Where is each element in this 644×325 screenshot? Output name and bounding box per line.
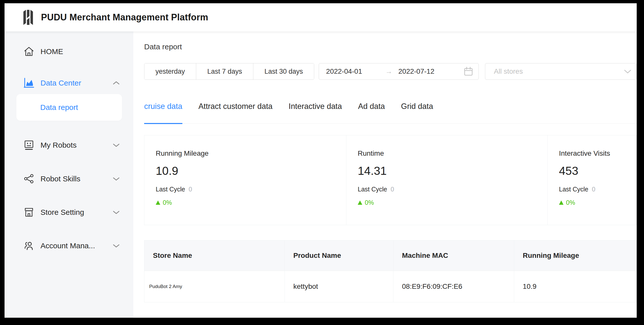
stat-card-interactive-visits: Interactive Visits 453 Last Cycle 0 0% (547, 135, 636, 225)
store-select[interactable]: All stores (485, 63, 637, 80)
stat-value: 14.31 (358, 164, 547, 178)
cell-machine-mac: 08:E9:F6:09:CF:E6 (393, 271, 514, 302)
last-cycle-label: Last Cycle (358, 186, 387, 193)
date-start-value[interactable]: 2022-04-01 (326, 67, 362, 75)
sidebar-item-store-setting[interactable]: Store Setting (5, 206, 133, 218)
stat-title: Runtime (358, 149, 547, 157)
tab-ad-data[interactable]: Ad data (358, 102, 385, 124)
sidebar-item-account-management[interactable]: Account Mana... (5, 240, 133, 252)
team-icon (23, 240, 34, 251)
tab-grid-data[interactable]: Grid data (401, 102, 433, 124)
sidebar-item-data-center[interactable]: Data Center (5, 77, 133, 89)
range-arrow-icon: → (385, 67, 392, 75)
sidebar-item-label: Store Setting (41, 208, 84, 217)
data-center-icon (23, 77, 34, 89)
quick-range-group: yesterday Last 7 days Last 30 days (144, 63, 314, 80)
date-range-picker[interactable]: 2022-04-01 → 2022-07-12 (319, 63, 479, 80)
tab-interactive-data[interactable]: Interactive data (289, 102, 342, 124)
report-tabs: cruise data Attract customer data Intera… (144, 102, 637, 124)
brand-title: PUDU Merchant Management Platform (41, 12, 208, 23)
robots-table: Store Name Product Name Machine MAC Runn… (144, 240, 637, 302)
table-row: PuduBot 2 Amy kettybot 08:E9:F6:09:CF:E6… (144, 271, 636, 302)
column-header-machine-mac: Machine MAC (393, 240, 514, 271)
stat-title: Interactive Visits (559, 149, 636, 157)
column-header-running-mileage: Running Mileage (514, 240, 636, 271)
last-30-days-button[interactable]: Last 30 days (253, 63, 314, 79)
stat-title: Running Mileage (156, 149, 346, 157)
stat-card-runtime: Runtime 14.31 Last Cycle 0 0% (346, 135, 547, 225)
column-header-store-name: Store Name (144, 240, 285, 271)
column-header-product-name: Product Name (285, 240, 393, 271)
tab-attract-customer-data[interactable]: Attract customer data (198, 102, 273, 124)
trend-up-icon (559, 200, 564, 205)
sidebar-item-robot-skills[interactable]: Robot Skills (5, 173, 133, 185)
tab-cruise-data[interactable]: cruise data (144, 102, 182, 124)
share-network-icon (23, 173, 34, 184)
cell-store-name: PuduBot 2 Amy (144, 271, 285, 302)
last-cycle-value: 0 (391, 186, 394, 193)
sidebar-item-home[interactable]: HOME (5, 46, 133, 58)
stat-value: 10.9 (156, 164, 346, 178)
last-7-days-button[interactable]: Last 7 days (196, 63, 253, 79)
trend-up-icon (156, 200, 160, 205)
sidebar-item-my-robots[interactable]: My Robots (5, 139, 133, 151)
pudu-logo-icon (23, 10, 35, 25)
change-value: 0% (365, 199, 374, 206)
chevron-down-icon (113, 210, 120, 215)
calendar-icon (464, 67, 473, 76)
date-end-value[interactable]: 2022-07-12 (398, 67, 434, 75)
sidebar: HOME Data Center Data (5, 31, 133, 318)
main-content: Data report yesterday Last 7 days Last 3… (133, 31, 637, 318)
chevron-up-icon (113, 81, 120, 85)
stat-value: 453 (559, 164, 636, 178)
change-value: 0% (163, 199, 172, 206)
cell-running-mileage: 10.9 (514, 271, 636, 302)
filter-row: yesterday Last 7 days Last 30 days 2022-… (144, 63, 637, 80)
sidebar-item-label: Account Mana... (41, 241, 95, 250)
store-select-placeholder: All stores (494, 67, 523, 75)
last-cycle-label: Last Cycle (559, 186, 588, 193)
table-header-row: Store Name Product Name Machine MAC Runn… (144, 240, 636, 271)
trend-up-icon (358, 200, 362, 205)
last-cycle-value: 0 (592, 186, 595, 193)
sidebar-item-label: My Robots (41, 141, 76, 149)
sidebar-item-label: Robot Skills (41, 175, 80, 183)
chevron-down-icon (624, 69, 631, 74)
chevron-down-icon (113, 177, 120, 181)
change-value: 0% (566, 199, 575, 206)
yesterday-button[interactable]: yesterday (144, 63, 196, 79)
page-title: Data report (144, 43, 637, 51)
stat-panel: Running Mileage 10.9 Last Cycle 0 0% Run… (144, 135, 637, 225)
sidebar-subitem-data-report[interactable]: Data report (16, 94, 122, 121)
sidebar-subitem-label: Data report (40, 103, 78, 112)
sidebar-item-label: HOME (41, 47, 63, 56)
storefront-icon (23, 207, 34, 218)
home-icon (23, 46, 34, 57)
top-header: PUDU Merchant Management Platform (5, 3, 637, 31)
chevron-down-icon (113, 243, 120, 248)
last-cycle-value: 0 (189, 186, 192, 193)
chevron-down-icon (113, 143, 120, 147)
last-cycle-label: Last Cycle (156, 186, 185, 193)
sidebar-item-label: Data Center (41, 79, 81, 87)
stat-card-running-mileage: Running Mileage 10.9 Last Cycle 0 0% (144, 135, 346, 225)
cell-product-name: kettybot (285, 271, 393, 302)
robot-icon (23, 140, 34, 151)
app-window: PUDU Merchant Management Platform HOME (5, 3, 637, 318)
